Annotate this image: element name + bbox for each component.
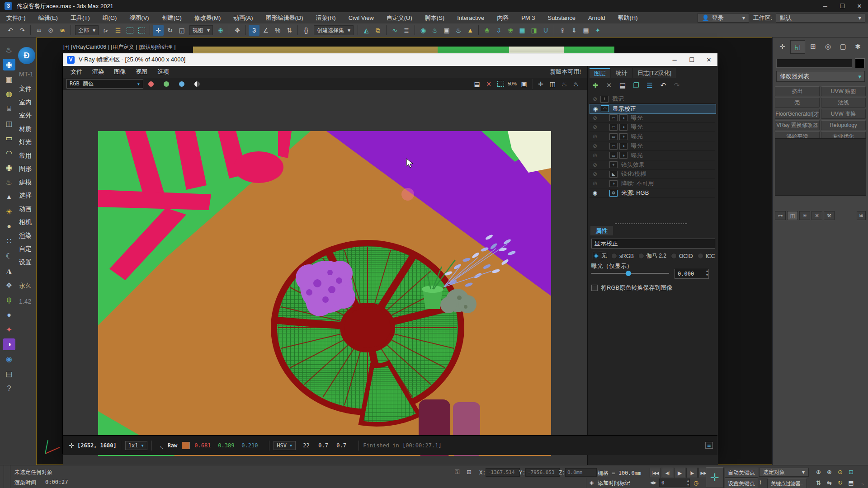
curve-editor-icon[interactable]: ∿ [389,25,400,36]
plugin-forest-icon[interactable]: ❀ [481,25,492,36]
modifier-button[interactable]: FloorGenerator[才 [775,109,820,119]
delete-layer-icon[interactable]: ✕ [602,80,616,91]
sphere-icon[interactable]: ● [3,221,15,232]
time-configuration-icon[interactable]: ◷ [693,479,698,486]
lamp-icon[interactable]: ◍ [3,88,15,100]
modifier-button[interactable]: 挤出 [775,86,820,96]
render-production-icon[interactable]: ♨ [453,25,464,36]
zoom-region-icon[interactable]: ⊡ [846,467,856,477]
rectangular-selection-icon[interactable] [124,25,135,36]
angle-snap-icon[interactable]: ∠ [260,25,271,36]
object-name-field[interactable] [776,59,852,68]
window-crossing-icon[interactable] [136,25,147,36]
visibility-on-icon[interactable]: ◉ [590,190,600,196]
tab-utilities[interactable]: ✱ [851,40,865,53]
modifier-button[interactable]: 法线 [821,98,866,108]
save-to-image-checkbox[interactable] [591,285,598,291]
resize-grip[interactable]: ⡢ [861,482,864,486]
proxy-export-icon[interactable]: ⇪ [557,25,568,36]
mt-logo[interactable]: Ð [18,47,35,64]
orbit-icon[interactable]: ↻ [835,478,845,488]
zoom-badge-icon[interactable]: 50% [506,79,518,89]
menu-item-4[interactable]: 视图(V) [123,12,155,23]
minimize-button[interactable]: ─ [816,0,834,12]
layer-row[interactable]: ⊘▭◑曝光 [590,113,715,123]
menu-item-3[interactable]: 组(G) [96,12,123,23]
next-frame-button[interactable]: |▶ [686,468,698,478]
select-by-name-icon[interactable]: ☰ [113,25,123,36]
splitter-handle[interactable] [615,223,687,224]
tab-display[interactable]: ▢ [836,40,850,53]
blue-channel-toggle[interactable] [179,81,184,87]
radio-ICC[interactable]: ICC [698,253,715,259]
menu-item-9[interactable]: 渲染(R) [310,12,342,23]
bind-to-space-warp-icon[interactable]: ≋ [57,25,68,36]
maximize-button[interactable]: ☐ [834,0,851,12]
sidebar-item-8[interactable]: 建模 [19,178,36,187]
clipboard-icon[interactable]: ▤ [3,368,15,380]
configure-modifier-sets-icon[interactable]: ⚒ [824,211,835,220]
z-coordinate-field[interactable]: 0.0mm [565,468,597,477]
viewport-label[interactable]: [+] [VRayCam006 ] [用户定义 ] [默认明暗处理 ] [63,43,175,51]
modifier-button[interactable]: UVW 变换 [821,109,866,119]
radio-sRGB[interactable]: sRGB [611,253,634,259]
color-dots-icon[interactable]: ✦ [3,324,15,335]
pan-icon[interactable]: ⇆ [825,478,834,488]
set-keys-icon[interactable]: ⌇ [759,479,762,486]
layer-row[interactable]: ⊘▭◑曝光 [590,141,715,151]
unlink-selection-icon[interactable]: ⊘ [45,25,56,36]
layer-row[interactable]: ⊘i戳记 [590,94,715,104]
menu-item-14[interactable]: 内容 [491,12,515,23]
vfb-minimize-button[interactable]: ─ [666,54,683,66]
update-notice[interactable]: 新版本可用! [550,68,581,76]
menu-item-0[interactable]: 文件(F) [0,12,32,23]
visibility-off-icon[interactable]: ⊘ [590,180,600,187]
undo-layer-icon[interactable]: ↶ [656,80,670,91]
named-sets-dropdown[interactable]: 创建选择集▾ [314,25,354,35]
vfb-title-bar[interactable]: V V-Ray 帧缓冲区 - [25.0% of 4000 x 4000] ─ … [63,53,717,66]
selection-sphere-icon[interactable]: ◉ [3,353,15,365]
visibility-off-icon[interactable]: ⊘ [590,115,600,121]
zoom-all-icon[interactable]: ⊛ [825,467,834,477]
show-end-result-icon[interactable]: ◫ [787,211,798,220]
add-layer-icon[interactable]: ✚ [589,80,602,91]
schematic-view-icon[interactable]: ≣ [401,25,412,36]
menu-item-10[interactable]: Civil View [342,12,380,23]
plugin-uv-icon[interactable]: U [540,25,551,36]
select-and-manipulate-icon[interactable]: ✥ [232,25,243,36]
tab-motion[interactable]: ◎ [821,40,835,53]
visibility-off-icon[interactable]: ⊘ [590,124,600,130]
undo-icon[interactable]: ↶ [5,25,16,36]
help-icon[interactable]: ? [3,383,15,394]
modifier-button[interactable]: UVW 贴图 [821,86,866,96]
palette-active-icon[interactable]: ◑ [3,338,15,350]
menu-item-12[interactable]: 脚本(S) [419,12,451,23]
pin-stack-icon[interactable]: ⊶ [775,211,786,220]
pixel-probe-icon[interactable]: ✛ [66,441,77,450]
modifier-button[interactable]: VRay 置换修改器 [775,120,820,130]
pipeline-tools-icon[interactable]: ✦ [592,25,603,36]
sidebar-item-5[interactable]: 灯光 [19,138,36,146]
script-tools-icon[interactable]: ▤ [580,25,591,36]
visibility-off-icon[interactable]: ⊘ [590,133,600,140]
close-button[interactable]: ✕ [851,0,868,12]
slider-handle[interactable] [626,271,631,276]
modifier-button[interactable]: 壳 [775,98,820,108]
sidebar-item-9[interactable]: 选择 [19,192,36,200]
vfb-menu-0[interactable]: 文件 [66,68,87,76]
spinner-control[interactable]: ▴▾ [706,269,708,277]
mirror-icon[interactable]: ◭ [361,25,372,36]
menu-item-5[interactable]: 创建(C) [156,12,188,23]
moon-icon[interactable]: ☾ [3,250,15,262]
vfb-canvas[interactable] [63,90,587,488]
layer-row[interactable]: ⊘▭◑曝光 [590,122,715,132]
x-coordinate-field[interactable]: -1367.514 [486,468,520,477]
progress-log-icon[interactable]: ≣ [705,442,713,449]
rock-icon[interactable]: ❖ [3,280,15,291]
modifier-stack[interactable] [775,138,866,196]
tab-log[interactable]: 日志[TZ汉化] [633,68,676,78]
add-keyframe-button[interactable]: ✛ [706,467,724,488]
grass-icon[interactable]: ψ [3,294,15,306]
vfb-menu-3[interactable]: 视图 [131,68,152,76]
radio-伽马 2.2[interactable]: 伽马 2.2 [638,252,666,260]
